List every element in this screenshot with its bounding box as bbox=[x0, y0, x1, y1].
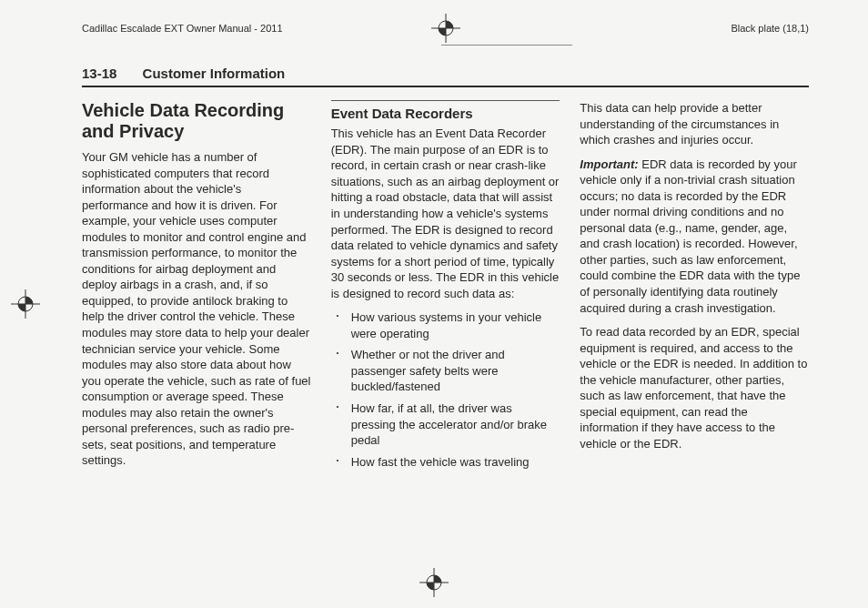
column-1: Vehicle Data Recording and Privacy Your … bbox=[82, 100, 311, 477]
print-header: Cadillac Escalade EXT Owner Manual - 201… bbox=[82, 18, 809, 38]
important-text: EDR data is recorded by your vehicle onl… bbox=[580, 157, 800, 315]
plate-info: Black plate (18,1) bbox=[731, 23, 809, 34]
body-text: This data can help provide a better unde… bbox=[580, 100, 809, 148]
column-2: Event Data Recorders This vehicle has an… bbox=[331, 100, 560, 477]
registration-mark-icon bbox=[418, 566, 450, 599]
list-item: How fast the vehicle was traveling bbox=[331, 454, 560, 471]
content-columns: Vehicle Data Recording and Privacy Your … bbox=[82, 100, 809, 477]
registration-mark-icon bbox=[429, 12, 462, 45]
manual-title: Cadillac Escalade EXT Owner Manual - 201… bbox=[82, 23, 283, 34]
page-number: 13-18 bbox=[82, 66, 116, 81]
list-item: Whether or not the driver and passenger … bbox=[331, 347, 560, 395]
list-item: How far, if at all, the driver was press… bbox=[331, 400, 560, 449]
chapter-title: Customer Information bbox=[143, 66, 286, 81]
list-item: How various systems in your vehicle were… bbox=[331, 309, 560, 341]
column-3: This data can help provide a better unde… bbox=[580, 100, 809, 477]
section-heading: Vehicle Data Recording and Privacy bbox=[82, 100, 311, 142]
bullet-list: How various systems in your vehicle were… bbox=[331, 309, 560, 470]
body-text: Your GM vehicle has a number of sophisti… bbox=[82, 149, 311, 469]
subsection-heading: Event Data Recorders bbox=[331, 100, 560, 123]
important-paragraph: Important: EDR data is recorded by your … bbox=[580, 157, 809, 316]
header-rule bbox=[441, 45, 572, 46]
registration-mark-icon bbox=[9, 288, 42, 320]
chapter-header: 13-18 Customer Information bbox=[82, 66, 809, 87]
important-label: Important: bbox=[580, 157, 638, 171]
body-text: To read data recorded by an EDR, special… bbox=[580, 324, 809, 451]
page: Cadillac Escalade EXT Owner Manual - 201… bbox=[0, 0, 868, 608]
body-text: This vehicle has an Event Data Recorder … bbox=[331, 126, 560, 301]
